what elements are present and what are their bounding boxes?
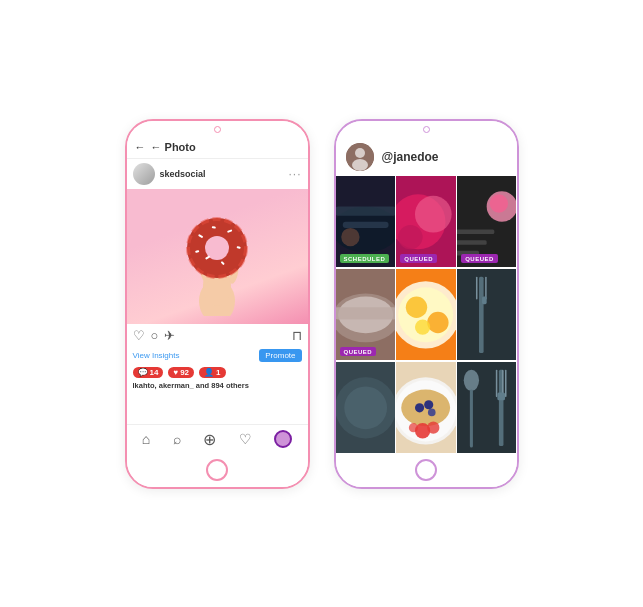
post-actions-bar: ♡ ○ ✈ ⊓ (127, 324, 308, 347)
left-phone: ← ← Photo skedsocial ··· (125, 119, 310, 489)
notification-badges: 💬 14 ♥ 92 👤 1 (127, 364, 308, 381)
svg-point-61 (428, 408, 436, 416)
grid-image-7 (336, 362, 395, 454)
bookmark-icon[interactable]: ⊓ (292, 328, 302, 343)
svg-point-23 (341, 227, 359, 245)
like-badge: ♥ 92 (168, 367, 194, 378)
profile-username: @janedoe (382, 150, 439, 164)
grid-image-8 (396, 362, 455, 454)
svg-rect-67 (498, 392, 506, 400)
grid-cell-7 (336, 362, 395, 454)
comment-badge-count: 14 (150, 368, 159, 377)
svg-rect-37 (336, 307, 395, 319)
svg-rect-65 (505, 369, 507, 396)
left-header: ← ← Photo (127, 136, 308, 159)
left-phone-bottom (127, 454, 308, 487)
profile-avatar (346, 143, 374, 171)
queued-badge-3: QUEUED (461, 254, 498, 263)
avatar-image (346, 143, 374, 171)
svg-rect-47 (485, 276, 487, 299)
svg-point-58 (409, 423, 418, 432)
right-phone-top-bar (336, 121, 517, 136)
post-options-icon[interactable]: ··· (288, 167, 301, 181)
comment-badge-icon: 💬 (138, 368, 148, 377)
grid-cell-5 (396, 269, 455, 361)
svg-rect-21 (336, 206, 395, 215)
svg-point-30 (490, 194, 508, 212)
nav-home-icon[interactable]: ⌂ (142, 431, 150, 447)
right-phone-bottom (336, 454, 517, 487)
follow-badge-count: 1 (216, 368, 220, 377)
post-image (127, 189, 308, 324)
right-home-button[interactable] (415, 459, 437, 481)
grid-image-6 (457, 269, 516, 361)
nav-heart-icon[interactable]: ♡ (239, 431, 252, 447)
donut-illustration (167, 196, 267, 316)
view-insights-link[interactable]: View Insights (133, 351, 180, 360)
scheduled-badge: SCHEDULED (340, 254, 390, 263)
header-title: ← Photo (151, 141, 196, 153)
post-avatar (133, 163, 155, 185)
svg-rect-64 (496, 369, 498, 396)
nav-search-icon[interactable]: ⌕ (173, 431, 181, 447)
grid-cell-4: QUEUED (336, 269, 395, 361)
right-phone: @janedoe SCHEDULED (334, 119, 519, 489)
svg-point-57 (428, 421, 440, 433)
profile-header: @janedoe (336, 136, 517, 176)
svg-point-17 (355, 148, 365, 158)
queued-badge-4: QUEUED (340, 347, 377, 356)
nav-profile-icon[interactable] (274, 430, 292, 448)
svg-point-18 (352, 159, 368, 171)
svg-point-68 (464, 369, 479, 390)
grid-cell-6 (457, 269, 516, 361)
queued-badge-2: QUEUED (400, 254, 437, 263)
grid-cell-1: SCHEDULED (336, 176, 395, 268)
promote-button[interactable]: Promote (259, 349, 301, 362)
svg-rect-69 (470, 389, 473, 447)
svg-point-59 (424, 400, 433, 409)
svg-rect-32 (457, 240, 487, 245)
grid-cell-3: QUEUED (457, 176, 516, 268)
svg-rect-22 (342, 221, 388, 227)
back-arrow-icon[interactable]: ← (135, 141, 146, 153)
follow-badge-icon: 👤 (204, 368, 214, 377)
svg-rect-31 (457, 229, 494, 234)
post-header: skedsocial ··· (127, 159, 308, 189)
like-badge-count: 92 (180, 368, 189, 377)
svg-point-60 (415, 403, 424, 412)
grid-cell-2: QUEUED (396, 176, 455, 268)
like-badge-icon: ♥ (173, 368, 178, 377)
likes-detail: lkahto, akerman_ and 894 others (133, 381, 249, 390)
left-camera (214, 126, 221, 133)
left-phone-screen: ← ← Photo skedsocial ··· (127, 136, 308, 454)
nav-add-icon[interactable]: ⊕ (203, 430, 216, 449)
grid-cell-9 (457, 362, 516, 454)
svg-point-42 (428, 311, 449, 332)
comment-badge: 💬 14 (133, 367, 164, 378)
bottom-nav: ⌂ ⌕ ⊕ ♡ (127, 424, 308, 454)
svg-point-27 (398, 224, 422, 248)
post-grid: SCHEDULED QUEUED (336, 176, 517, 454)
svg-point-43 (415, 319, 430, 334)
svg-rect-48 (482, 296, 487, 304)
share-icon[interactable]: ✈ (164, 328, 175, 343)
grid-image-9 (457, 362, 516, 454)
grid-image-5 (396, 269, 455, 361)
left-home-button[interactable] (206, 459, 228, 481)
svg-point-51 (344, 386, 387, 429)
comment-icon[interactable]: ○ (151, 328, 159, 343)
svg-point-41 (406, 296, 427, 317)
likes-text: lkahto, akerman_ and 894 others (127, 381, 308, 390)
right-phone-screen: @janedoe SCHEDULED (336, 136, 517, 454)
svg-point-26 (415, 195, 452, 232)
heart-icon[interactable]: ♡ (133, 328, 145, 343)
promote-bar: View Insights Promote (127, 347, 308, 364)
svg-rect-45 (479, 276, 484, 352)
follow-badge: 👤 1 (199, 367, 225, 378)
right-camera (423, 126, 430, 133)
post-username: skedsocial (160, 169, 284, 179)
svg-rect-46 (476, 276, 478, 299)
left-phone-top-bar (127, 121, 308, 136)
grid-cell-8 (396, 362, 455, 454)
